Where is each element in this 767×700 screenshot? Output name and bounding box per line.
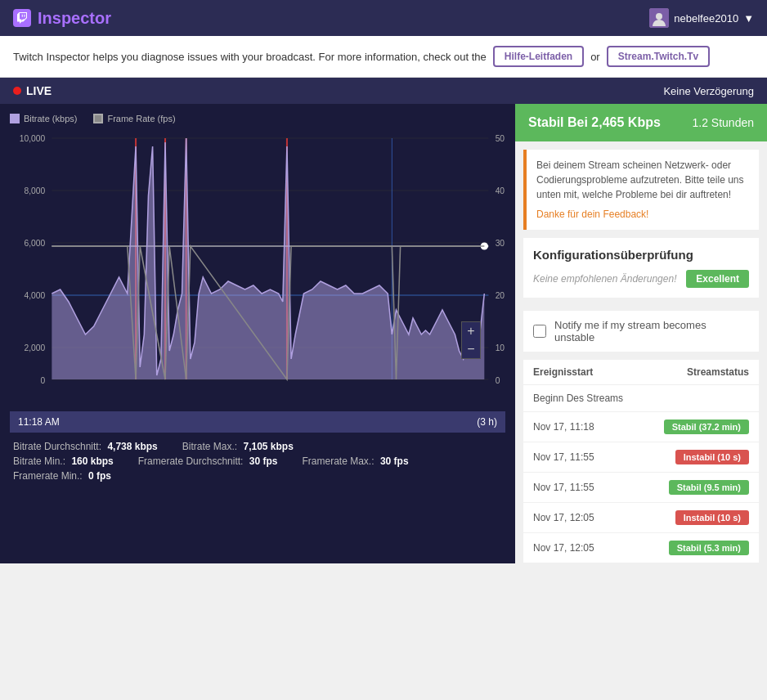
info-bar: Twitch Inspector helps you diagnose issu… (0, 36, 767, 78)
notify-label: Notify me if my stream becomes unstable (554, 319, 749, 343)
svg-text:20: 20 (496, 291, 505, 300)
legend-bitrate-color (10, 114, 20, 123)
zoom-in-button[interactable]: + (462, 322, 480, 340)
logo: Inspector (13, 9, 111, 28)
status-badge: Stabil (5.3 min) (669, 541, 749, 555)
chart-area: 10,000 8,000 6,000 4,000 2,000 0 50 40 3… (10, 130, 505, 408)
stat-framerate-max: Framerate Max.: 30 fps (303, 455, 409, 467)
header: Inspector nebelfee2010 ▼ (0, 0, 767, 36)
stat-bitrate-avg-label: Bitrate Durchschnitt: (13, 441, 101, 452)
twitch-icon (13, 9, 31, 27)
stat-framerate-min-value: 0 fps (88, 470, 111, 482)
svg-text:8,000: 8,000 (24, 186, 45, 195)
legend-framerate: Frame Rate (fps) (93, 114, 175, 123)
stats-row-1: Bitrate Durchschnitt: 4,738 kbps Bitrate… (13, 441, 502, 452)
event-log-header: Ereignisstart Streamstatus (523, 360, 759, 385)
stat-framerate-avg-value: 30 fps (249, 455, 278, 467)
chart-zoom: + − (461, 321, 481, 359)
stat-bitrate-min: Bitrate Min.: 160 kbps (13, 455, 114, 467)
live-bar: LIVE Keine Verzögerung (0, 78, 767, 104)
svg-text:4,000: 4,000 (24, 291, 45, 300)
event-row: Nov 17, 11:18Stabil (37.2 min) (523, 412, 759, 442)
chart-legend: Bitrate (kbps) Frame Rate (fps) (10, 114, 505, 123)
config-no-changes: Keine empfohlenen Änderungen! (533, 273, 676, 285)
delay-label: Keine Verzögerung (663, 85, 754, 97)
status-badge: Instabil (10 s) (675, 450, 749, 464)
chart-svg: 10,000 8,000 6,000 4,000 2,000 0 50 40 3… (10, 130, 505, 392)
stat-framerate-max-value: 30 fps (380, 455, 409, 467)
stat-bitrate-max-label: Bitrate Max.: (182, 441, 237, 452)
legend-framerate-label: Frame Rate (fps) (107, 114, 175, 123)
config-section: Konfigurationsüberprüfung Keine empfohle… (523, 238, 759, 298)
or-text: or (590, 51, 600, 63)
svg-text:30: 30 (496, 239, 505, 248)
legend-framerate-color (93, 114, 103, 123)
svg-text:10,000: 10,000 (20, 134, 46, 143)
svg-text:0: 0 (496, 376, 500, 385)
stat-bitrate-avg-value: 4,738 kbps (107, 441, 157, 452)
user-avatar (649, 8, 669, 28)
event-time: Nov 17, 12:05 (533, 542, 594, 554)
status-time: 1.2 Stunden (692, 116, 754, 129)
event-row: Beginn Des Streams (523, 385, 759, 412)
event-log: Ereignisstart Streamstatus Beginn Des St… (523, 360, 759, 563)
main-content: Bitrate (kbps) Frame Rate (fps) 10,000 8… (0, 104, 767, 563)
stream-twitch-button[interactable]: Stream.Twitch.Tv (607, 46, 710, 67)
status-badge: Instabil (10 s) (675, 510, 749, 525)
zoom-out-button[interactable]: − (462, 340, 480, 358)
svg-point-1 (656, 13, 662, 20)
stat-bitrate-min-label: Bitrate Min.: (13, 455, 65, 467)
user-menu[interactable]: nebelfee2010 ▼ (649, 8, 754, 28)
timeline-start: 11:18 AM (18, 416, 60, 428)
svg-text:6,000: 6,000 (24, 239, 45, 248)
event-time: Nov 17, 11:55 (533, 451, 594, 463)
svg-text:50: 50 (496, 134, 505, 143)
excellent-badge: Excellent (686, 270, 749, 288)
warning-box: Bei deinem Stream scheinen Netzwerk- ode… (523, 150, 759, 230)
logo-text: Inspector (38, 9, 111, 28)
event-time: Nov 17, 11:55 (533, 482, 594, 493)
status-title: Stabil Bei 2,465 Kbps (528, 115, 661, 130)
stat-framerate-avg: Framerate Durchschnitt: 30 fps (138, 455, 278, 467)
stat-bitrate-min-value: 160 kbps (71, 455, 113, 467)
status-badge: Stabil (37.2 min) (664, 420, 749, 434)
stat-bitrate-avg: Bitrate Durchschnitt: 4,738 kbps (13, 441, 158, 452)
stats-row-2: Bitrate Min.: 160 kbps Framerate Durchsc… (13, 455, 502, 467)
config-row: Keine empfohlenen Änderungen! Excellent (533, 270, 749, 288)
stat-bitrate-max: Bitrate Max.: 7,105 kbps (182, 441, 294, 452)
stat-framerate-avg-label: Framerate Durchschnitt: (138, 455, 244, 467)
timeline-duration: (3 h) (477, 416, 497, 428)
event-time: Beginn Des Streams (533, 393, 623, 404)
hilfe-leitfaden-button[interactable]: Hilfe-Leitfaden (493, 46, 584, 67)
stats-row-3: Framerate Min.: 0 fps (13, 470, 502, 482)
live-label: LIVE (26, 84, 52, 97)
event-col2: Streamstatus (687, 366, 749, 378)
svg-text:2,000: 2,000 (24, 343, 45, 352)
chart-panel: Bitrate (kbps) Frame Rate (fps) 10,000 8… (0, 104, 515, 563)
legend-bitrate: Bitrate (kbps) (10, 114, 77, 123)
event-row: Nov 17, 11:55Instabil (10 s) (523, 442, 759, 473)
stat-framerate-max-label: Framerate Max.: (303, 455, 375, 467)
live-dot (13, 87, 21, 95)
svg-text:0: 0 (40, 376, 45, 385)
feedback-link[interactable]: Danke für dein Feedback! (536, 207, 749, 222)
event-row: Nov 17, 12:05Instabil (10 s) (523, 503, 759, 533)
stat-framerate-min-label: Framerate Min.: (13, 470, 83, 482)
event-row: Nov 17, 12:05Stabil (5.3 min) (523, 533, 759, 563)
timeline-bar: 11:18 AM (3 h) (10, 411, 505, 433)
stats-area: Bitrate Durchschnitt: 4,738 kbps Bitrate… (10, 433, 505, 493)
dropdown-icon: ▼ (743, 12, 754, 25)
svg-text:10: 10 (496, 343, 505, 352)
event-row: Nov 17, 11:55Stabil (9.5 min) (523, 473, 759, 503)
svg-text:40: 40 (496, 186, 505, 195)
event-time: Nov 17, 12:05 (533, 512, 594, 523)
event-col1: Ereignisstart (533, 366, 593, 378)
stat-bitrate-max-value: 7,105 kbps (243, 441, 293, 452)
stat-framerate-min: Framerate Min.: 0 fps (13, 470, 111, 482)
status-header: Stabil Bei 2,465 Kbps 1.2 Stunden (515, 104, 767, 141)
status-badge: Stabil (9.5 min) (669, 480, 749, 495)
warning-text: Bei deinem Stream scheinen Netzwerk- ode… (536, 159, 743, 200)
config-title: Konfigurationsüberprüfung (533, 248, 749, 262)
notify-checkbox[interactable] (533, 325, 546, 338)
live-indicator: LIVE (13, 84, 52, 97)
